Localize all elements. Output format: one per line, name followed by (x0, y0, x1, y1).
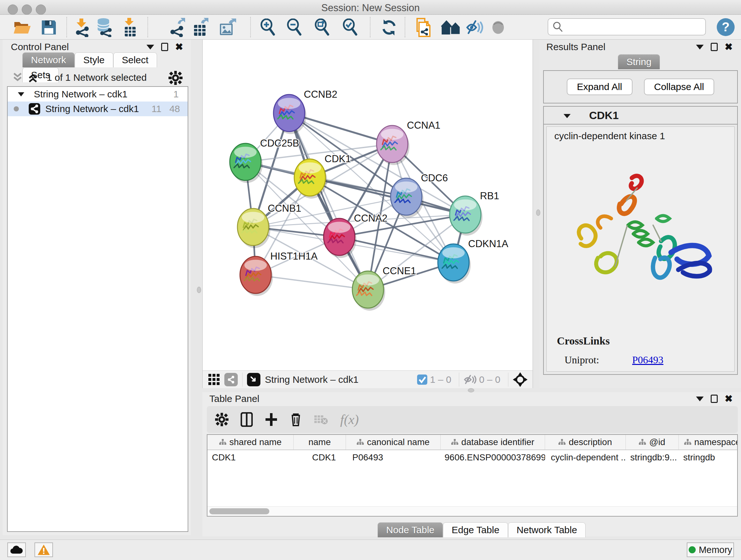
import-network-file-button[interactable] (72, 17, 93, 37)
zoom-selected-button[interactable] (340, 17, 361, 37)
export-image-button[interactable] (217, 17, 239, 37)
export-table-button[interactable] (191, 17, 212, 37)
tab-style[interactable]: Style (75, 52, 113, 67)
table-row[interactable]: CDK1 CDK1 P06493 9606.ENSP00000378699 cy… (207, 450, 737, 465)
collection-expand-icon[interactable] (17, 91, 25, 97)
left-splitter-grip[interactable] (197, 287, 201, 293)
open-session-button[interactable] (12, 17, 33, 37)
float-panel-icon[interactable] (711, 395, 718, 403)
save-session-button[interactable] (38, 17, 59, 37)
cell-database-identifier[interactable]: 9606.ENSP00000378699 (441, 450, 545, 465)
clone-network-button[interactable] (412, 17, 433, 37)
create-column-icon[interactable] (265, 413, 278, 427)
results-entry-header[interactable]: CDK1 (544, 107, 737, 125)
show-columns-icon[interactable] (241, 412, 253, 427)
column-header[interactable]: namespace (679, 435, 738, 449)
tab-network-table[interactable]: Network Table (508, 522, 586, 537)
scrollbar-thumb[interactable] (209, 508, 269, 514)
export-network-button[interactable] (167, 17, 188, 37)
tab-string[interactable]: String (618, 54, 660, 69)
cell-shared-name[interactable]: CDK1 (207, 450, 293, 465)
panel-menu-icon[interactable] (146, 45, 154, 50)
close-panel-icon[interactable]: ✖ (725, 395, 733, 403)
float-panel-icon[interactable] (161, 43, 168, 51)
zoom-fit-button[interactable] (312, 17, 333, 37)
share-view-icon[interactable] (224, 373, 238, 386)
network-node-RB1[interactable]: RB1 (450, 190, 499, 236)
network-collection-row[interactable]: String Network – cdk1 1 (8, 87, 188, 102)
string-home-button[interactable] (441, 17, 462, 37)
import-table-button[interactable] (120, 17, 141, 37)
cell-description[interactable]: cyclin-dependent ... (545, 450, 626, 465)
tab-node-table[interactable]: Node Table (378, 522, 443, 537)
network-node-CCNA2[interactable]: CCNA2 (324, 212, 387, 258)
show-graphics-details-button[interactable] (488, 17, 509, 37)
grid-view-icon[interactable] (208, 373, 220, 386)
network-node-CDC25B[interactable]: CDC25B (230, 138, 299, 183)
refresh-icon (381, 19, 398, 36)
bottom-splitter-grip[interactable] (468, 388, 474, 392)
birdseye-view-icon[interactable] (247, 373, 260, 386)
import-network-icon (73, 18, 91, 37)
function-builder-button[interactable]: f(x) (340, 412, 359, 427)
network-node-CCNA1[interactable]: CCNA1 (377, 120, 441, 165)
delete-column-icon[interactable] (290, 412, 302, 427)
crosslink-label: Uniprot: (564, 354, 632, 366)
close-panel-icon[interactable]: ✖ (725, 43, 733, 51)
cloud-status-button[interactable] (7, 543, 26, 557)
collapse-all-button[interactable]: Collapse All (644, 78, 715, 95)
hierarchy-icon (219, 439, 226, 445)
column-header[interactable]: database identifier (441, 435, 545, 449)
search-input[interactable] (566, 20, 705, 33)
cell-id[interactable]: stringdb:9... (626, 450, 679, 465)
delete-table-icon[interactable] (314, 414, 328, 425)
table-toolbar: f(x) (207, 406, 738, 433)
hidden-eye-icon[interactable] (464, 374, 476, 385)
zoom-in-button[interactable] (258, 17, 279, 37)
cell-canonical-name[interactable]: P06493 (346, 450, 441, 465)
warnings-button[interactable] (35, 543, 53, 557)
node-label: CDC6 (421, 172, 448, 184)
network-options-gear-icon[interactable] (169, 71, 183, 85)
crosslink-link[interactable]: P06493 (632, 354, 664, 366)
column-header[interactable]: @id (626, 435, 679, 449)
zoom-out-button[interactable] (284, 17, 305, 37)
column-header[interactable]: shared name (207, 435, 293, 449)
refresh-view-button[interactable] (379, 17, 400, 37)
import-table-icon (122, 18, 139, 37)
toggle-enhanced-labels-button[interactable] (465, 17, 486, 37)
network-node-CCNB1[interactable]: CCNB1 (238, 203, 301, 248)
panel-menu-icon[interactable] (696, 396, 704, 401)
network-node-CDKN1A[interactable]: CDKN1A (438, 238, 509, 284)
selected-checkbox-icon[interactable] (417, 374, 428, 385)
network-row[interactable]: String Network – cdk1 11 48 (8, 102, 188, 116)
table-horizontal-scrollbar[interactable] (207, 506, 737, 516)
network-node-CDK1[interactable]: CDK1 (294, 153, 351, 199)
tab-select[interactable]: Select (113, 52, 157, 67)
export-network-icon (168, 18, 187, 37)
network-node-HIST1H1A[interactable]: HIST1H1A (240, 251, 318, 296)
network-node-CDC6[interactable]: CDC6 (391, 172, 448, 218)
network-edge[interactable] (289, 113, 368, 290)
tab-network[interactable]: Network (22, 52, 75, 67)
center-view-crosshair-icon[interactable] (513, 372, 528, 387)
help-button[interactable]: ? (717, 18, 735, 36)
column-header[interactable]: name (293, 435, 346, 449)
tab-edge-table[interactable]: Edge Table (443, 522, 508, 537)
float-panel-icon[interactable] (711, 43, 718, 51)
panel-menu-icon[interactable] (696, 45, 704, 50)
right-splitter-grip[interactable] (536, 209, 540, 216)
expand-all-button[interactable]: Expand All (567, 78, 632, 95)
cell-namespace[interactable]: stringdb (679, 450, 738, 465)
network-canvas[interactable]: CCNB2CCNA1CDC25BCDK1CDC6RB1CCNB1CCNA2CDK… (203, 40, 533, 370)
cell-name[interactable]: CDK1 (293, 450, 346, 465)
import-network-database-button[interactable] (94, 17, 115, 37)
database-icon (95, 18, 114, 37)
network-node-CCNE1[interactable]: CCNE1 (352, 265, 416, 311)
column-header[interactable]: description (545, 435, 626, 449)
column-header[interactable]: canonical name (346, 435, 441, 449)
table-options-gear-icon[interactable] (215, 413, 228, 426)
entry-collapse-icon[interactable] (563, 113, 571, 119)
memory-button[interactable]: Memory (687, 543, 734, 557)
close-panel-icon[interactable]: ✖ (175, 43, 183, 51)
